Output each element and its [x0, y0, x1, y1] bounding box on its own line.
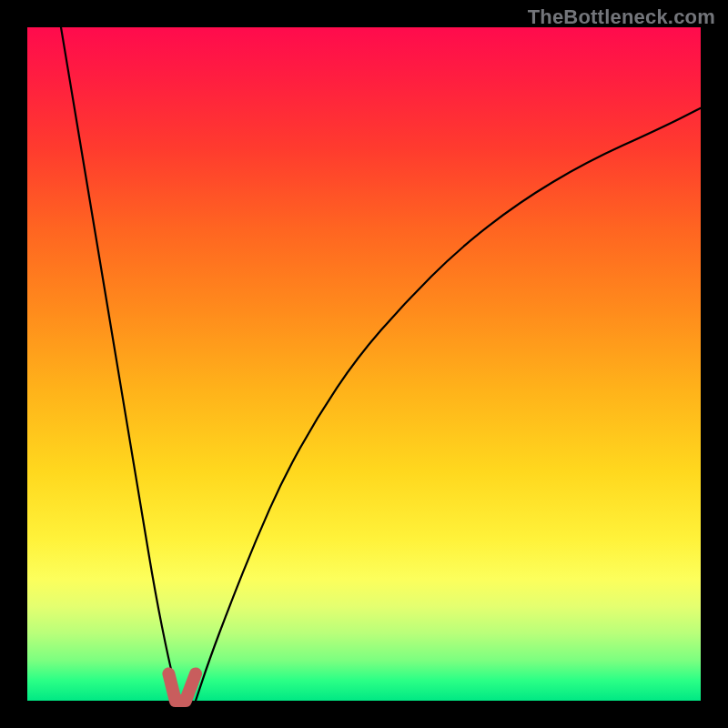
chart-stage: TheBottleneck.com [0, 0, 728, 728]
curve-right-branch [196, 108, 701, 701]
optimal-marker [168, 673, 196, 701]
chart-svg [27, 27, 701, 701]
curve-left-branch [61, 27, 179, 701]
watermark-text: TheBottleneck.com [528, 5, 715, 29]
plot-area [27, 27, 701, 701]
